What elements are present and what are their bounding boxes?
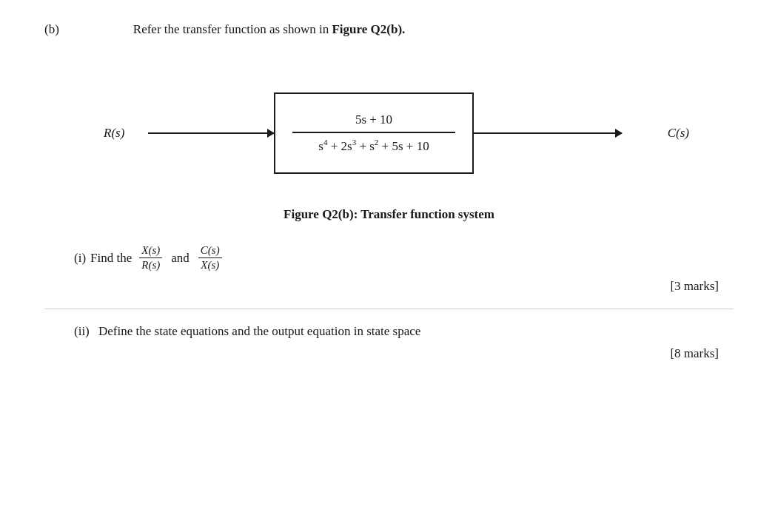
figure-caption: Figure Q2(b): Transfer function system	[44, 207, 734, 222]
fraction-xs-rs: X(s) R(s)	[139, 244, 162, 272]
tf-divider	[292, 132, 455, 133]
part-ii-label: (ii)	[74, 324, 90, 338]
and-text: and	[171, 251, 190, 266]
part-ii-row: (ii) Define the state equations and the …	[74, 324, 734, 339]
question-part-ii: (ii) Define the state equations and the …	[44, 324, 734, 361]
arrow-in	[148, 132, 274, 134]
part-ii-text: Define the state equations and the outpu…	[98, 324, 420, 338]
section-divider	[44, 309, 734, 309]
block-diagram: R(s) 5s + 10 s4 + 2s3 + s2 + 5s + 10 C(s…	[44, 74, 734, 192]
marks-i: [3 marks]	[44, 279, 719, 294]
find-text: Find the	[90, 251, 132, 266]
tf-numerator: 5s + 10	[355, 112, 392, 127]
intro-text: Refer the transfer function as shown in …	[133, 22, 405, 37]
tf-denominator: s4 + 2s3 + s2 + 5s + 10	[318, 138, 429, 154]
input-label: R(s)	[104, 126, 124, 141]
figure-ref: Figure Q2(b).	[332, 22, 405, 36]
marks-ii: [8 marks]	[44, 346, 719, 361]
part-i-row: (i) Find the X(s) R(s) and C(s) X(s)	[74, 244, 734, 272]
output-label: C(s)	[668, 126, 689, 141]
part-label: (b)	[44, 22, 59, 37]
question-part-i: (i) Find the X(s) R(s) and C(s) X(s) [3 …	[44, 244, 734, 294]
fraction-cs-xs: C(s) X(s)	[198, 244, 222, 272]
part-i-label: (i)	[74, 251, 86, 266]
arrow-out	[474, 132, 622, 134]
transfer-function-box: 5s + 10 s4 + 2s3 + s2 + 5s + 10	[274, 92, 474, 174]
